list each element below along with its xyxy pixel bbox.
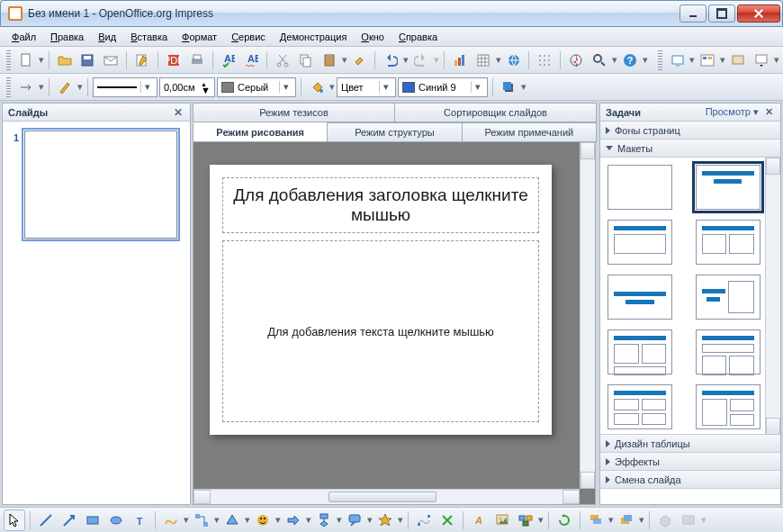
menu-item-0[interactable]: Файл	[5, 30, 42, 44]
layout-blank[interactable]	[608, 165, 672, 210]
new-button[interactable]	[15, 50, 37, 71]
menu-item-7[interactable]: Окно	[355, 30, 391, 44]
extrusion-tool[interactable]	[654, 509, 676, 531]
points-tool[interactable]	[413, 509, 435, 531]
copy-button[interactable]	[295, 50, 317, 71]
tasks-panel-close-icon[interactable]: ✕	[762, 106, 775, 118]
layout-four-a[interactable]	[608, 384, 672, 429]
section-layouts[interactable]: Макеты	[600, 140, 780, 158]
shadow-button[interactable]	[498, 77, 519, 98]
arrow-line-tool[interactable]	[58, 509, 80, 531]
window-minimize-button[interactable]	[680, 5, 706, 23]
title-placeholder[interactable]: Для добавления заголовка щелкните мышью	[222, 177, 539, 233]
open-button[interactable]	[54, 50, 76, 71]
master-button[interactable]	[727, 50, 749, 71]
slide-button[interactable]	[667, 50, 688, 71]
layout-four-b[interactable]	[696, 384, 760, 429]
navigator-button[interactable]	[565, 50, 587, 71]
layout-title-only[interactable]	[608, 220, 672, 265]
tab-slidesorter[interactable]: Сортировщик слайдов	[394, 103, 597, 122]
table-button[interactable]	[472, 50, 494, 71]
print-button[interactable]	[186, 50, 208, 71]
glue-tool[interactable]	[436, 509, 458, 531]
curve-tool[interactable]	[160, 509, 182, 531]
chart-button[interactable]	[449, 50, 471, 71]
layout-title-content[interactable]	[696, 165, 760, 210]
window-close-button[interactable]	[737, 5, 780, 23]
toolbar-handle-3[interactable]	[6, 77, 11, 97]
paste-button[interactable]	[319, 50, 340, 71]
align-tool[interactable]	[585, 509, 607, 531]
spellcheck-icon[interactable]: ABC	[218, 50, 239, 71]
gallery-tool[interactable]	[515, 509, 536, 531]
tab-structure[interactable]: Режим структуры	[327, 122, 462, 142]
slides-panel-close-icon[interactable]: ✕	[172, 106, 184, 119]
layout-three-b[interactable]	[696, 329, 760, 374]
line-tool[interactable]	[35, 509, 57, 531]
flowchart-tool[interactable]	[313, 509, 335, 531]
section-effects[interactable]: Эффекты	[600, 453, 780, 471]
block-arrows-tool[interactable]	[283, 509, 304, 531]
cut-button[interactable]	[272, 50, 293, 71]
tab-drawing[interactable]: Режим рисования	[193, 122, 328, 142]
basic-shapes-tool[interactable]	[221, 509, 243, 531]
layout-centered[interactable]	[608, 275, 672, 320]
tab-outline[interactable]: Режим тезисов	[193, 103, 395, 122]
stars-tool[interactable]	[374, 509, 396, 531]
layouts-scrollbar[interactable]	[765, 158, 780, 435]
window-maximize-button[interactable]	[708, 5, 735, 23]
line-width-input[interactable]: 0,00см▲▼	[159, 77, 215, 97]
arrow-style-button[interactable]	[15, 77, 37, 98]
section-transition[interactable]: Смена слайда	[600, 471, 780, 489]
line-pen-icon[interactable]	[54, 77, 76, 98]
email-button[interactable]	[100, 50, 122, 71]
line-color-dropdown[interactable]: Синий 9▾	[398, 77, 488, 97]
ellipse-tool[interactable]	[105, 509, 127, 531]
callouts-tool[interactable]	[344, 509, 365, 531]
pdf-button[interactable]: PDF	[163, 50, 184, 71]
redo-button[interactable]	[410, 50, 432, 71]
select-tool[interactable]	[4, 509, 25, 531]
horizontal-scrollbar[interactable]	[194, 489, 580, 504]
layout-button[interactable]	[697, 50, 718, 71]
toolbar-handle-2[interactable]	[658, 50, 662, 70]
text-tool[interactable]: T	[129, 509, 150, 531]
menu-item-8[interactable]: Справка	[392, 30, 444, 44]
symbol-shapes-tool[interactable]	[252, 509, 274, 531]
section-table-design[interactable]: Дизайн таблицы	[600, 435, 780, 453]
edit-doc-button[interactable]	[131, 50, 153, 71]
current-slide[interactable]: Для добавления заголовка щелкните мышью …	[210, 165, 552, 435]
menu-item-6[interactable]: Демонстрация	[274, 30, 354, 44]
menu-item-3[interactable]: Вставка	[124, 30, 174, 44]
undo-button[interactable]	[380, 50, 401, 71]
section-master-pages[interactable]: Фоны страниц	[600, 122, 780, 140]
slide-thumb-1[interactable]: 1	[12, 131, 181, 239]
tab-notes[interactable]: Режим примечаний	[462, 122, 597, 142]
menu-item-5[interactable]: Сервис	[225, 30, 272, 44]
autospell-icon[interactable]: ABC	[240, 50, 262, 71]
interaction-tool[interactable]	[678, 509, 699, 531]
grid-icon[interactable]	[534, 50, 555, 71]
fill-style-dropdown[interactable]: Серый▾	[217, 77, 296, 97]
menu-item-1[interactable]: Правка	[44, 30, 90, 44]
connector-tool[interactable]	[191, 509, 212, 531]
zoom-button[interactable]	[589, 50, 610, 71]
layout-two-content[interactable]	[696, 220, 760, 265]
toolbar-handle[interactable]	[6, 50, 11, 70]
line-style-dropdown[interactable]: ▾	[93, 77, 158, 97]
bucket-icon[interactable]	[306, 77, 328, 98]
rotate-tool[interactable]	[554, 509, 575, 531]
help-button[interactable]: ?	[619, 50, 641, 71]
vertical-scrollbar[interactable]	[580, 142, 595, 489]
tasks-view-link[interactable]: Просмотр ▾	[706, 106, 759, 118]
rectangle-tool[interactable]	[82, 509, 104, 531]
layout-right-content[interactable]	[696, 275, 760, 320]
body-placeholder[interactable]: Для добавления текста щелкните мышью	[222, 240, 539, 422]
format-paintbrush-button[interactable]	[349, 50, 371, 71]
slides-thumbnails[interactable]: 1	[3, 122, 190, 504]
menu-item-4[interactable]: Формат	[176, 30, 223, 44]
presentation-button[interactable]	[751, 50, 772, 71]
from-file-tool[interactable]	[491, 509, 513, 531]
line-color-label-dropdown[interactable]: Цвет▾	[337, 77, 396, 97]
arrange-tool[interactable]	[616, 509, 637, 531]
